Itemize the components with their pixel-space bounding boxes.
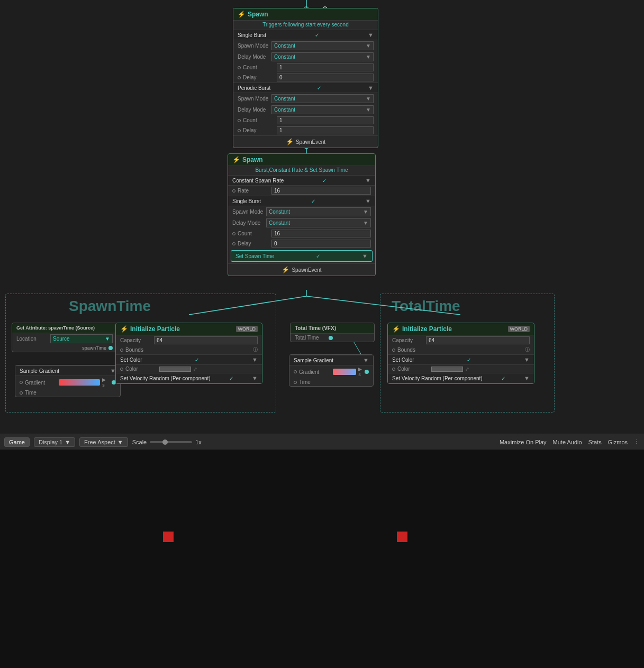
init-right-capacity-input[interactable] — [426, 336, 530, 344]
sample-gradient-right-header[interactable]: Sample Gradient ▼ — [289, 355, 373, 365]
get-attr-output-label: spawnTime — [82, 345, 106, 351]
display-label: Display 1 — [39, 439, 62, 445]
sg-left-time-port — [20, 391, 23, 395]
init-left-bounds-row: Bounds ⓘ — [116, 345, 262, 354]
vfx-graph-area[interactable]: ⚡ Spawn Triggers following start every s… — [0, 0, 644, 434]
spawn-node-1: ⚡ Spawn Triggers following start every s… — [233, 8, 378, 148]
scale-thumb[interactable] — [162, 440, 168, 445]
spawn-node-2-title: Spawn — [242, 156, 263, 163]
init-right-set-color-header[interactable]: Set Color ✓ ▼ — [388, 354, 534, 365]
sb-spawn-mode-dropdown-2[interactable]: Constant ▼ — [266, 207, 371, 216]
delay-label-1: Delay — [243, 75, 275, 80]
spawn-node-2-footer: ⚡ SpawnEvent — [228, 263, 375, 276]
set-spawn-time-arrow: ▼ — [362, 253, 368, 259]
delay-mode-dropdown-1[interactable]: Constant ▼ — [271, 52, 374, 61]
delay-mode-label-1: Delay Mode — [238, 54, 269, 60]
delay-mode-value-1: Constant — [274, 54, 295, 60]
sample-gradient-left-header[interactable]: Sample Gradient ▼ — [15, 365, 120, 376]
sb-delay-input-2[interactable] — [271, 240, 371, 248]
get-attr-output-row: spawnTime — [12, 344, 117, 352]
init-left-velocity-header[interactable]: Set Velocity Random (Per-component) ✓ ▼ — [116, 373, 262, 383]
sb-count-input-2[interactable] — [271, 230, 371, 237]
game-view — [0, 450, 644, 668]
p-delay-input-1[interactable] — [277, 126, 374, 134]
lightning-icon-init-left: ⚡ — [120, 325, 128, 333]
init-particle-right-header: ⚡ Initialize Particle WORLD — [388, 323, 534, 335]
aspect-dropdown[interactable]: Free Aspect ▼ — [79, 437, 128, 447]
sb-spawn-mode-label-2: Spawn Mode — [232, 209, 264, 215]
p-spawn-mode-row-1: Spawn Mode Constant ▼ — [233, 93, 378, 104]
init-right-bounds-label: Bounds — [397, 347, 429, 353]
total-time-header: Total Time (VFX) — [291, 323, 374, 334]
sb-count-port-2 — [232, 232, 235, 235]
sg-right-gradient-label: Gradient — [299, 369, 331, 375]
init-particle-left-title: Initialize Particle — [130, 325, 180, 333]
set-spawn-time-check: ✓ — [316, 253, 320, 259]
sg-right-time-port — [294, 381, 297, 384]
periodic-burst-label-1: Periodic Burst — [238, 85, 270, 91]
count-port-1 — [238, 66, 241, 69]
spawn-mode-dropdown-1[interactable]: Constant ▼ — [271, 41, 374, 50]
game-toolbar: Game Display 1 ▼ Free Aspect ▼ Scale 1x … — [0, 434, 644, 450]
constant-rate-arrow: ▼ — [365, 177, 371, 184]
display-dropdown[interactable]: Display 1 ▼ — [34, 437, 75, 447]
total-time-output-label: Total Time — [295, 335, 326, 341]
init-right-velocity-header[interactable]: Set Velocity Random (Per-component) ✓ ▼ — [388, 373, 534, 383]
constant-rate-header[interactable]: Constant Spawn Rate ✓ ▼ — [228, 175, 375, 186]
p-delay-mode-row-1: Delay Mode Constant ▼ — [233, 104, 378, 115]
rate-label: Rate — [238, 188, 269, 194]
init-right-color-swatch — [431, 367, 463, 372]
rate-input[interactable] — [271, 187, 371, 195]
lightning-icon-2: ⚡ — [232, 156, 240, 163]
init-right-velocity-check: ✓ — [501, 376, 505, 381]
maximize-btn[interactable]: Maximize On Play — [500, 439, 547, 445]
init-particle-left-badge: WORLD — [236, 326, 258, 332]
sb-delay-mode-dropdown-2[interactable]: Constant ▼ — [266, 218, 371, 227]
get-attr-location-row: Location Source ▼ — [12, 333, 117, 344]
sg-right-time-row: Time — [289, 378, 373, 386]
init-left-capacity-input[interactable] — [154, 336, 258, 344]
init-left-color-port — [120, 368, 123, 371]
delay-row-1: Delay — [233, 72, 378, 83]
init-left-capacity-label: Capacity — [120, 337, 152, 343]
spawn-node-1-title: Spawn — [248, 11, 268, 18]
sg-left-gradient-bar — [59, 379, 100, 386]
get-attr-location-dropdown[interactable]: Source ▼ — [50, 334, 113, 343]
set-spawn-time-section[interactable]: Set Spawn Time ✓ ▼ — [231, 250, 373, 262]
scale-track[interactable] — [150, 441, 192, 443]
p-count-port-1 — [238, 119, 241, 122]
p-delay-port-1 — [238, 129, 241, 132]
init-left-set-color-header[interactable]: Set Color ✓ ▼ — [116, 354, 262, 365]
init-left-color-swatch — [159, 367, 191, 372]
delay-input-1[interactable] — [277, 74, 374, 81]
game-tab-label: Game — [9, 439, 25, 445]
footer-label-2: SpawnEvent — [292, 267, 321, 273]
scale-value: 1x — [195, 439, 202, 445]
more-options-btn[interactable]: ⋮ — [634, 438, 640, 445]
game-tab[interactable]: Game — [4, 437, 30, 447]
init-right-velocity-label: Set Velocity Random (Per-component) — [392, 376, 483, 381]
p-count-input-1[interactable] — [277, 116, 374, 124]
sg-left-gradient-label: Gradient — [25, 380, 57, 386]
lightning-icon-init-right: ⚡ — [392, 325, 400, 333]
p-spawn-mode-dropdown-1[interactable]: Constant ▼ — [271, 94, 374, 103]
p-delay-mode-dropdown-1[interactable]: Constant ▼ — [271, 105, 374, 114]
spawn-mode-row-1: Spawn Mode Constant ▼ — [233, 40, 378, 51]
init-particle-right-badge: WORLD — [508, 326, 530, 332]
init-right-color-label: Color — [397, 366, 429, 372]
single-burst-label-2: Single Burst — [232, 198, 261, 204]
periodic-burst-header-1[interactable]: Periodic Burst ✓ ▼ — [233, 83, 378, 93]
single-burst-header-2[interactable]: Single Burst ✓ ▼ — [228, 196, 375, 206]
mute-btn[interactable]: Mute Audio — [553, 439, 582, 445]
red-square-right — [397, 532, 407, 542]
sg-right-gradient-port — [294, 370, 297, 373]
get-attr-output-port — [108, 346, 113, 350]
single-burst-header-1[interactable]: Single Burst ✓ ▼ — [233, 30, 378, 40]
spawn-mode-label-1: Spawn Mode — [238, 43, 269, 49]
p-spawn-mode-value-1: Constant — [274, 96, 295, 102]
spawn-node-2: ⚡ Spawn Burst,Constant Rate & Set Spawn … — [228, 153, 376, 276]
stats-btn[interactable]: Stats — [588, 439, 602, 445]
count-input-1[interactable] — [277, 63, 374, 71]
gizmos-btn[interactable]: Gizmos — [608, 439, 628, 445]
spawn-node-1-footer: ⚡ SpawnEvent — [233, 135, 378, 148]
